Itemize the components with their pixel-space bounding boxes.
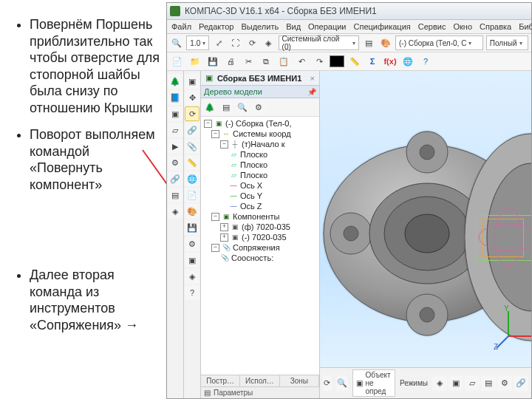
book-icon[interactable]: 📘	[168, 90, 183, 105]
redo-icon[interactable]: ↷	[312, 54, 327, 69]
tree-constraint-item[interactable]: Соосность:	[231, 253, 273, 262]
cut-icon[interactable]: ✂	[241, 54, 256, 69]
paste-icon[interactable]: 📋	[276, 54, 291, 69]
iso-icon[interactable]: ◈	[262, 35, 275, 50]
mode-icon[interactable]: ▱	[465, 376, 480, 391]
mate-icon[interactable]: 🔗	[185, 123, 200, 137]
rotate-component-button[interactable]: ⟳	[185, 106, 200, 121]
globe-icon[interactable]: 🌐	[400, 54, 415, 69]
tree-systems[interactable]: Системы коорд	[233, 129, 291, 138]
sigma-icon[interactable]: Σ	[365, 54, 380, 69]
tree-tool-icon[interactable]: ⚙	[251, 100, 266, 115]
tab-exec[interactable]: Испол…	[240, 375, 279, 386]
strip-icon[interactable]: 📄	[185, 188, 200, 202]
fx-icon[interactable]: f(x)	[383, 54, 398, 69]
clip-icon[interactable]: 📎	[185, 139, 200, 154]
bullet-item: Далее вторая команда из инструментов «Со…	[30, 267, 161, 333]
menu-service[interactable]: Сервис	[418, 22, 446, 31]
fit-icon[interactable]: ⛶	[229, 35, 242, 50]
menu-help[interactable]: Справка	[480, 22, 511, 31]
print-icon[interactable]: 🖨	[223, 54, 238, 69]
strip-icon[interactable]: 🌐	[185, 171, 200, 186]
layers-icon[interactable]: ▤	[362, 35, 375, 50]
status-icon[interactable]: 🔍	[336, 376, 348, 391]
tree-components[interactable]: Компоненты	[233, 212, 279, 221]
menu-window[interactable]: Окно	[453, 22, 472, 31]
undo-icon[interactable]: ↶	[294, 54, 309, 69]
rotate-gizmo-icon[interactable]	[468, 200, 531, 282]
svg-point-5	[344, 226, 358, 241]
document-tab[interactable]: ▣ Сборка БЕЗ ИМЕНИ1 ×	[201, 71, 319, 86]
menu-view[interactable]: Вид	[286, 22, 301, 31]
strip-icon[interactable]: ◈	[185, 269, 200, 284]
tree-tool-icon[interactable]: 🌲	[202, 100, 217, 115]
help-icon[interactable]: ?	[418, 54, 433, 69]
menubar[interactable]: Файл Редактор Выделить Вид Операции Спец…	[167, 20, 531, 34]
mode-icon[interactable]: 🔗	[514, 376, 528, 391]
tab-build[interactable]: Постр…	[201, 375, 240, 386]
zoom-icon[interactable]: 🔍	[170, 35, 183, 50]
status-icon[interactable]: ⟳	[323, 376, 332, 391]
add-part-icon[interactable]: ▣	[185, 74, 200, 89]
strip-icon[interactable]: 💾	[185, 220, 200, 235]
mode-icon[interactable]: ◈	[432, 376, 447, 391]
viewmode-select[interactable]: Полный▾	[486, 35, 528, 50]
new-doc-icon[interactable]: 📄	[170, 54, 185, 69]
tree-origin[interactable]: (т)Начало к	[242, 140, 285, 149]
gear-icon[interactable]: ⚙	[168, 155, 183, 170]
menu-file[interactable]: Файл	[171, 22, 191, 31]
strip-icon[interactable]: 🎨	[185, 204, 200, 219]
model-viewport[interactable]: X Y Z ⟳ 🔍 ▣ Объект не опред Режимы ◈	[320, 71, 531, 398]
strip-icon[interactable]: ?	[185, 285, 200, 300]
chain-icon[interactable]: 🔗	[168, 171, 183, 186]
tree-axis[interactable]: Ось Z	[240, 202, 262, 211]
tree-toggle-icon[interactable]: 🌲	[168, 74, 183, 89]
layer-select[interactable]: Системный слой (0)▾	[279, 35, 360, 50]
close-tab-icon[interactable]: ×	[310, 74, 315, 83]
tree-component-item[interactable]: (-) 7020-035	[242, 233, 287, 242]
tree-component-item[interactable]: (ф) 7020-035	[242, 222, 290, 231]
pin-icon[interactable]: 📌	[307, 88, 316, 96]
tree-tool-icon[interactable]: ▤	[219, 100, 233, 115]
cube-icon[interactable]: ▣	[168, 106, 183, 121]
tree-bottom-tabs[interactable]: Постр… Испол… Зоны	[201, 375, 319, 386]
save-icon[interactable]: 💾	[205, 54, 220, 69]
mode-icon[interactable]: ▣	[449, 376, 463, 391]
tree-plane[interactable]: Плоско	[240, 171, 267, 180]
line-color-picker[interactable]	[330, 55, 344, 67]
tree-axis[interactable]: Ось Y	[240, 191, 262, 200]
rotate-view-icon[interactable]: ⟳	[245, 35, 259, 50]
move-component-icon[interactable]: ✥	[185, 90, 200, 105]
palette-icon[interactable]: 🎨	[379, 35, 392, 50]
measure-icon[interactable]: 📏	[347, 54, 362, 69]
open-icon[interactable]: 📁	[188, 54, 202, 69]
strip-icon[interactable]: 📏	[185, 155, 200, 170]
state-select[interactable]: (-) Сборка (Тел-0, С▾	[395, 35, 483, 50]
parameters-tab[interactable]: ▤ Параметры	[201, 386, 319, 398]
mode-icon[interactable]: ⚙	[497, 376, 512, 391]
menu-spec[interactable]: Спецификация	[354, 22, 411, 31]
tree-root[interactable]: (-) Сборка (Тел-0,	[225, 119, 292, 128]
tree-plane[interactable]: Плоско	[240, 160, 267, 169]
scale-input[interactable]: 1.0▾	[186, 35, 209, 50]
menu-libs[interactable]: Библиотеки	[519, 22, 532, 31]
strip-icon[interactable]: ▤	[168, 188, 183, 202]
menu-select[interactable]: Выделить	[241, 22, 279, 31]
copy-icon[interactable]: ⧉	[259, 54, 273, 69]
menu-ops[interactable]: Операции	[308, 22, 346, 31]
plane-icon[interactable]: ▱	[168, 123, 183, 137]
strip-icon[interactable]: ⚙	[185, 236, 200, 251]
tree-tool-icon[interactable]: 🔍	[235, 100, 250, 115]
modes-label: Режимы	[400, 379, 428, 387]
tree-plane[interactable]: Плоско	[240, 150, 267, 159]
strip-icon[interactable]: ◈	[168, 204, 183, 219]
menu-edit[interactable]: Редактор	[199, 22, 233, 31]
model-tree[interactable]: −▣(-) Сборка (Тел-0, −↔Системы коорд −┼(…	[201, 117, 319, 375]
play-icon[interactable]: ▶	[168, 139, 183, 154]
tab-zones[interactable]: Зоны	[280, 375, 319, 386]
strip-icon[interactable]: ▣	[185, 253, 200, 267]
tree-constraints[interactable]: Сопряжения	[233, 243, 280, 252]
mode-icon[interactable]: ▤	[481, 376, 496, 391]
tree-axis[interactable]: Ось X	[240, 181, 262, 190]
zoom-tool-icon[interactable]: ⤢	[212, 35, 225, 50]
